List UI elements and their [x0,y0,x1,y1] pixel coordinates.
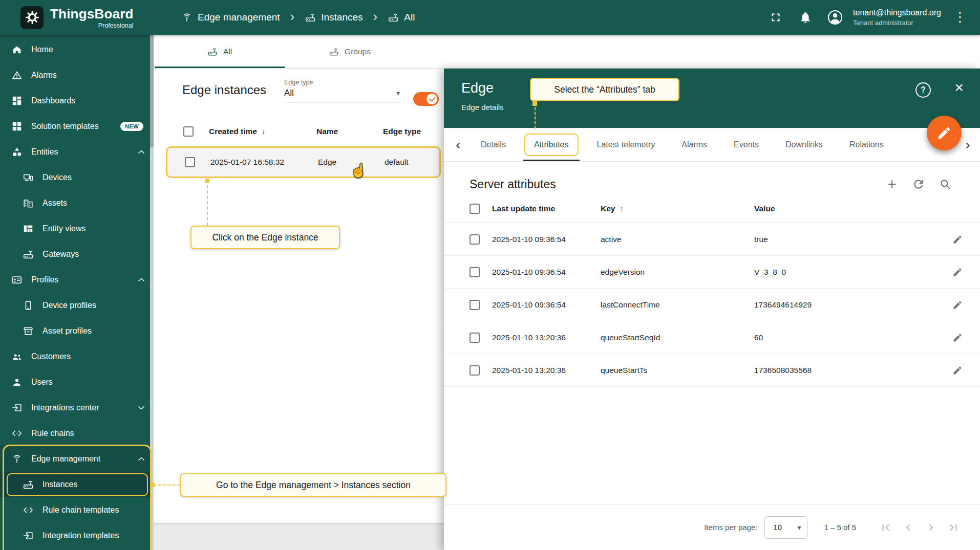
edge-details-panel: Edge Edge details ? × ‹ Details Attribut… [444,69,980,550]
scrollbar-thumb[interactable] [150,35,154,147]
edit-attribute-button[interactable] [947,360,968,381]
filter-toggle[interactable] [413,92,439,106]
filter-label: Edge type [284,79,400,86]
tab-all[interactable]: All [155,35,285,68]
sidebar-item-alarms[interactable]: Alarms [0,62,154,88]
column-value[interactable]: Value [754,204,931,213]
edge-type-filter[interactable]: Edge type All ▾ [284,79,400,102]
items-per-page-select[interactable]: 10 ▾ [764,516,807,539]
edit-attribute-button[interactable] [947,262,968,282]
sidebar-item-entities[interactable]: Entities [0,139,154,165]
last-page-button[interactable] [942,516,965,539]
first-page-button[interactable] [875,516,897,539]
badge-card-icon [11,274,23,285]
sidebar-item-profiles[interactable]: Profiles [0,267,154,293]
attribute-checkbox[interactable] [470,365,480,376]
row-checkbox[interactable] [185,157,195,167]
edge-instance-row[interactable]: 2025-01-07 16:58:32 Edge default [166,146,441,178]
select-all-checkbox[interactable] [470,204,480,214]
sidebar-item-home[interactable]: Home [0,37,154,62]
tabs-scroll-right-icon[interactable]: › [958,138,977,152]
column-last-update[interactable]: Last update time [492,204,601,213]
column-name[interactable]: Name [316,127,383,136]
chevron-right-icon: › [286,10,299,23]
instances-table-header: Created time↓ Name Edge type [166,118,441,145]
ethernet-flow-icon [23,504,34,516]
sidebar-item-integration-templates[interactable]: Integration templates [0,523,154,548]
previous-page-button[interactable] [897,516,920,539]
people-icon [11,351,23,362]
user-avatar[interactable] [826,9,844,26]
sidebar-item-rule-chain-templates[interactable]: Rule chain templates [0,497,154,523]
edit-attribute-button[interactable] [947,229,968,250]
cell-name: Edge [318,158,385,167]
tab-latest-telemetry[interactable]: Latest telemetry [584,128,669,161]
sidebar-scrollbar[interactable] [150,35,154,550]
attribute-row[interactable]: 2025-01-10 09:36:54 lastConnectTime 1736… [444,289,980,321]
brand-logo[interactable]: ThingsBoard Professional [20,6,148,29]
close-icon[interactable]: × [954,80,964,95]
sidebar-item-dashboards[interactable]: Dashboards [0,88,154,114]
attribute-checkbox[interactable] [470,267,480,277]
column-key[interactable]: Key↑ [601,204,754,213]
breadcrumb-edge-management[interactable]: Edge management [177,12,284,23]
refresh-button[interactable] [911,177,926,191]
tab-events[interactable]: Events [720,128,772,161]
entity-tab-bar: All Groups [154,35,980,69]
cell-created-time: 2025-01-07 16:58:32 [210,158,318,167]
edit-fab[interactable] [927,116,962,150]
search-icon[interactable] [938,177,952,191]
sidebar-item-assets[interactable]: Assets [0,190,154,216]
sidebar-item-device-profiles[interactable]: Device profiles [0,293,154,318]
fullscreen-button[interactable] [767,9,784,26]
column-created-time[interactable]: Created time↓ [209,127,316,136]
user-email: tenant@thingsboard.org [853,7,941,18]
select-all-checkbox[interactable] [183,126,194,137]
breadcrumb-instances[interactable]: Instances [301,12,367,23]
add-attribute-button[interactable] [885,177,899,191]
next-page-button[interactable] [920,516,942,539]
more-menu-button[interactable]: ⋮ [953,9,967,25]
attribute-checkbox[interactable] [470,234,480,245]
breadcrumb-all[interactable]: All [384,12,419,23]
attribute-row[interactable]: 2025-01-10 13:20:36 queueStartSeqId 60 [444,321,980,354]
sort-desc-icon: ↓ [262,127,266,136]
sidebar-item-customers[interactable]: Customers [0,344,154,369]
attribute-checkbox[interactable] [470,333,480,343]
edit-attribute-button[interactable] [947,295,968,315]
sidebar-item-integrations-center[interactable]: Integrations center [0,395,154,421]
tab-groups[interactable]: Groups [285,35,415,68]
tab-details[interactable]: Details [467,128,519,161]
cell-edge-type: default [385,158,439,167]
tab-relations[interactable]: Relations [836,128,897,161]
sidebar-item-users[interactable]: Users [0,369,154,395]
attribute-row[interactable]: 2025-01-10 09:36:54 active true [444,223,980,256]
attribute-row[interactable]: 2025-01-10 13:20:36 queueStartTs 1736508… [444,354,980,387]
notifications-bell-button[interactable] [797,9,814,26]
pagination-range: 1 – 5 of 5 [824,523,856,532]
sidebar-item-asset-profiles[interactable]: Asset profiles [0,318,154,344]
filter-value: All [284,88,294,98]
edit-attribute-button[interactable] [947,327,968,348]
sidebar-item-instances[interactable]: Instances [0,472,154,497]
attribute-row[interactable]: 2025-01-10 09:36:54 edgeVersion V_3_8_0 [444,256,980,289]
apps-grid-icon [11,121,23,132]
tabs-scroll-left-icon[interactable]: ‹ [449,138,467,152]
alarm-icon [11,70,23,81]
attribute-checkbox[interactable] [470,300,480,310]
brand-text: ThingsBoard Professional [50,7,134,28]
sidebar-item-rule-chains[interactable]: Rule chains [0,421,154,446]
tab-attributes[interactable]: Attributes [519,128,584,161]
sidebar-item-gateways[interactable]: Gateways [0,241,154,267]
tab-downlinks[interactable]: Downlinks [772,128,836,161]
sidebar-item-devices[interactable]: Devices [0,165,154,190]
sidebar-item-solution-templates[interactable]: Solution templates NEW [0,114,154,139]
sidebar-item-entity-views[interactable]: Entity views [0,216,154,241]
pagination-bar: Items per page: 10 ▾ 1 – 5 of 5 [444,504,980,550]
sidebar-item-edge-management[interactable]: Edge management [0,446,154,472]
chevron-down-icon [136,403,146,413]
column-edge-type[interactable]: Edge type [383,127,441,136]
help-button[interactable]: ? [915,82,931,98]
chevron-right-icon: › [369,10,382,23]
tab-alarms[interactable]: Alarms [668,128,720,161]
